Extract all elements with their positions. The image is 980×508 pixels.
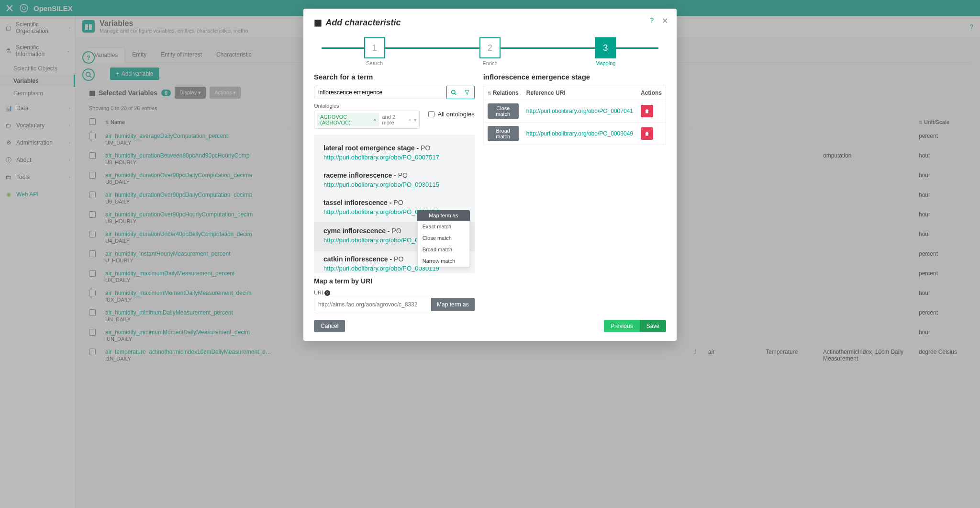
step-number: 2 xyxy=(479,37,501,38)
close-icon[interactable]: ✕ xyxy=(662,16,668,25)
step-enrich[interactable]: 2 Enrich xyxy=(432,37,547,38)
add-characteristic-modal: ▮▮ Add characteristic ? ✕ 1 Search 2 Enr… xyxy=(303,9,677,38)
modal-title-text: Add characteristic xyxy=(325,18,401,27)
step-search[interactable]: 1 Search xyxy=(317,37,432,38)
help-icon[interactable]: ? xyxy=(650,16,654,24)
step-number: 3 xyxy=(595,37,616,38)
stepper: 1 Search 2 Enrich 3 Mapping xyxy=(317,37,663,38)
step-number: 1 xyxy=(364,37,385,38)
modal-overlay: ▮▮ Add characteristic ? ✕ 1 Search 2 Enr… xyxy=(0,0,980,38)
modal-title: ▮▮ Add characteristic xyxy=(314,17,666,28)
step-mapping[interactable]: 3 Mapping xyxy=(548,37,663,38)
quote-icon: ▮▮ xyxy=(314,18,321,27)
